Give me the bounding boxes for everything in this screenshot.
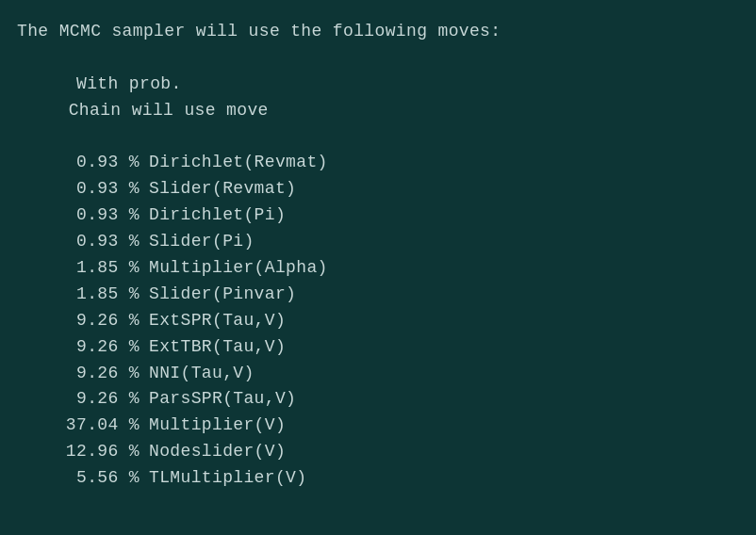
prob-value: 1.85 % [17,255,140,282]
prob-value: 9.26 % [17,334,140,361]
table-row: 0.93 %Dirichlet(Revmat) [17,150,739,176]
prob-value: 0.93 % [17,229,140,255]
move-value: ParsSPR(Tau,V) [149,386,296,413]
prob-value: 0.93 % [17,150,140,176]
table-row: 1.85 %Slider(Pinvar) [17,282,739,308]
table-row: 9.26 %ExtTBR(Tau,V) [17,334,739,361]
table-row: 9.26 %ExtSPR(Tau,V) [17,308,739,334]
title-line: The MCMC sampler will use the following … [17,19,739,45]
move-value: Multiplier(V) [149,413,286,439]
prob-value: 9.26 % [17,386,140,413]
prob-value: 1.85 % [17,282,140,308]
move-value: Slider(Revmat) [149,176,296,203]
move-value: Multiplier(Alpha) [149,255,328,282]
move-value: ExtSPR(Tau,V) [149,308,286,334]
prob-value: 37.04 % [17,413,140,439]
move-value: Slider(Pi) [149,229,255,255]
prob-value: 0.93 % [17,176,140,203]
terminal-output: The MCMC sampler will use the following … [17,19,739,492]
prob-value: 0.93 % [17,203,140,229]
table-row: 9.26 %NNI(Tau,V) [17,361,739,387]
table-row: 0.93 %Slider(Revmat) [17,176,739,203]
prob-value: 5.56 % [17,465,140,492]
move-value: Nodeslider(V) [149,439,286,465]
column-header-line: With prob. Chain will use move [17,45,739,151]
prob-value: 12.96 % [17,439,140,465]
move-value: TLMultiplier(V) [149,465,306,492]
move-value: Dirichlet(Revmat) [149,150,328,176]
table-row: 5.56 %TLMultiplier(V) [17,465,739,492]
prob-value: 9.26 % [17,308,140,334]
move-column-header: Chain will use move [69,98,269,124]
prob-column-header: With prob. [59,72,182,98]
prob-value: 9.26 % [17,361,140,387]
table-row: 9.26 %ParsSPR(Tau,V) [17,386,739,413]
mcmc-rows: 0.93 %Dirichlet(Revmat)0.93 %Slider(Revm… [17,150,739,492]
table-row: 0.93 %Slider(Pi) [17,229,739,255]
table-row: 0.93 %Dirichlet(Pi) [17,203,739,229]
table-row: 1.85 %Multiplier(Alpha) [17,255,739,282]
move-value: Slider(Pinvar) [149,282,296,308]
table-row: 37.04 %Multiplier(V) [17,413,739,439]
table-row: 12.96 %Nodeslider(V) [17,439,739,465]
move-value: NNI(Tau,V) [149,361,255,387]
move-value: ExtTBR(Tau,V) [149,334,286,361]
move-value: Dirichlet(Pi) [149,203,286,229]
